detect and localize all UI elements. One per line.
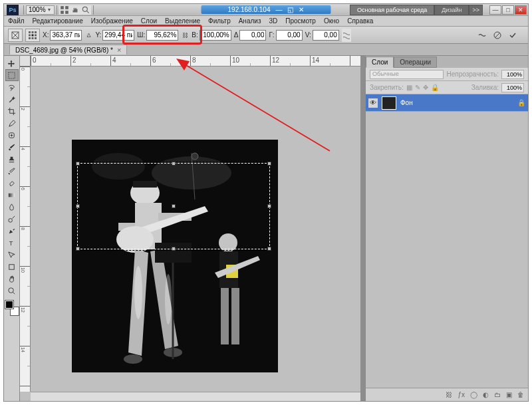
fx-icon[interactable]: ƒx	[458, 391, 465, 398]
ruler-horizontal[interactable]: 02468101214	[31, 56, 360, 67]
eyedropper-tool[interactable]	[5, 117, 19, 129]
marquee-tool[interactable]	[5, 69, 19, 81]
layer-row[interactable]: 👁 Фон 🔒	[366, 94, 528, 112]
w-input[interactable]	[146, 30, 178, 41]
mask-icon[interactable]: ◯	[470, 391, 477, 398]
h-label: В:	[192, 31, 198, 39]
angle-input[interactable]	[239, 30, 266, 41]
history-brush-tool[interactable]	[5, 165, 19, 177]
menu-image[interactable]: Изображение	[87, 17, 137, 25]
delete-layer-icon[interactable]: 🗑	[517, 391, 524, 398]
svg-rect-11	[32, 34, 34, 36]
healing-tool[interactable]	[5, 129, 19, 141]
ruler-vertical[interactable]: 02468101214	[20, 67, 31, 392]
menu-edit[interactable]: Редактирование	[29, 17, 87, 25]
lock-brush-icon[interactable]: ✎	[415, 84, 420, 91]
title-bar: Ps 100%▼ 192.168.0.104 — ◱ ✕ Основная ра…	[4, 4, 528, 16]
tab-layers[interactable]: Слои	[366, 57, 394, 68]
zoom-icon[interactable]	[80, 5, 91, 15]
menu-analysis[interactable]: Анализ	[235, 17, 265, 25]
color-swatches[interactable]	[5, 301, 19, 315]
shape-tool[interactable]	[5, 261, 19, 273]
hand-icon[interactable]	[70, 5, 80, 15]
group-icon[interactable]: 🗀	[494, 391, 501, 398]
menu-layers[interactable]: Слои	[137, 17, 161, 25]
warp-mode-icon[interactable]	[476, 29, 488, 41]
close-button[interactable]: ✕	[515, 5, 527, 15]
layer-thumbnail[interactable]	[382, 96, 396, 110]
cancel-transform-icon[interactable]	[491, 29, 503, 41]
menu-help[interactable]: Справка	[343, 17, 377, 25]
svg-rect-25	[9, 264, 14, 269]
menu-view[interactable]: Просмотр	[281, 17, 320, 25]
app-icon: Ps	[7, 5, 19, 15]
lock-pixels-icon[interactable]: ▦	[406, 84, 412, 91]
reference-point-icon[interactable]	[25, 29, 40, 42]
restore-app-icon[interactable]: ◱	[287, 6, 293, 13]
ruler-origin[interactable]	[20, 56, 31, 67]
gradient-tool[interactable]	[5, 189, 19, 201]
brush-tool[interactable]	[5, 141, 19, 153]
v-input[interactable]	[313, 30, 339, 41]
menu-file[interactable]: Файл	[4, 17, 29, 25]
layer-locked-icon: 🔒	[517, 99, 525, 106]
adjustment-icon[interactable]: ◐	[483, 391, 489, 398]
horizontal-scrollbar[interactable]	[31, 392, 360, 401]
svg-rect-15	[35, 37, 37, 39]
h-input[interactable]	[200, 30, 231, 41]
commit-transform-icon[interactable]	[507, 29, 519, 41]
path-tool[interactable]	[5, 249, 19, 261]
close-app-icon[interactable]: ✕	[299, 6, 304, 13]
lock-position-icon[interactable]: ✥	[423, 84, 428, 91]
y-input[interactable]	[102, 30, 134, 41]
menu-filter[interactable]: Фильтр	[204, 17, 235, 25]
minimize-app-icon[interactable]: —	[275, 6, 282, 13]
link-wh-icon[interactable]: ⛓	[181, 30, 189, 41]
tab-actions[interactable]: Операции	[394, 57, 437, 68]
warp-icon[interactable]	[342, 29, 351, 42]
svg-rect-10	[29, 34, 31, 36]
options-bar: X: Δ Y: Ш: ⛓ В: Δ Г: V:	[4, 27, 528, 44]
maximize-button[interactable]: □	[502, 5, 514, 15]
zoom-tool[interactable]	[5, 285, 19, 297]
workspace-tab-active[interactable]: Основная рабочая среда	[350, 5, 434, 15]
menu-select[interactable]: Выделение	[161, 17, 204, 25]
dodge-tool[interactable]	[5, 213, 19, 225]
eraser-tool[interactable]	[5, 177, 19, 189]
transform-tool-icon[interactable]	[8, 29, 23, 42]
new-layer-icon[interactable]: ▣	[506, 391, 512, 398]
menu-3d[interactable]: 3D	[265, 17, 281, 25]
g-input[interactable]	[276, 30, 303, 41]
transform-bounding-box[interactable]	[77, 163, 270, 249]
document-tab[interactable]: DSC_4689.jpg @ 54% (RGB/8) *×	[9, 45, 127, 55]
link-layers-icon[interactable]: ⛓	[446, 391, 452, 398]
svg-rect-14	[32, 37, 34, 39]
wand-tool[interactable]	[5, 93, 19, 105]
xy-delta-icon[interactable]: Δ	[84, 30, 92, 41]
svg-line-5	[86, 11, 89, 13]
close-tab-icon[interactable]: ×	[117, 46, 121, 54]
lock-all-icon[interactable]: 🔒	[431, 84, 439, 91]
svg-text:T: T	[9, 240, 13, 247]
lasso-tool[interactable]	[5, 81, 19, 93]
layer-name: Фон	[400, 99, 413, 106]
visibility-toggle-icon[interactable]: 👁	[368, 98, 378, 108]
stamp-tool[interactable]	[5, 153, 19, 165]
minimize-button[interactable]: —	[489, 5, 501, 15]
zoom-combo[interactable]: 100%▼	[26, 5, 55, 15]
hand-tool[interactable]	[5, 273, 19, 285]
type-tool[interactable]: T	[5, 237, 19, 249]
x-input[interactable]	[50, 30, 82, 41]
lock-label: Закрепить:	[370, 84, 404, 91]
blend-mode-select[interactable]: Обычные	[370, 70, 444, 79]
move-tool[interactable]	[5, 57, 19, 69]
fill-input[interactable]	[501, 83, 524, 92]
menu-window[interactable]: Окно	[320, 17, 343, 25]
pen-tool[interactable]	[5, 225, 19, 237]
view-grid-icon[interactable]	[59, 5, 70, 15]
workspace-more[interactable]: >>	[469, 5, 483, 15]
opacity-input[interactable]	[501, 70, 524, 79]
blur-tool[interactable]	[5, 201, 19, 213]
crop-tool[interactable]	[5, 105, 19, 117]
workspace-tab[interactable]: Дизайн	[434, 5, 469, 15]
